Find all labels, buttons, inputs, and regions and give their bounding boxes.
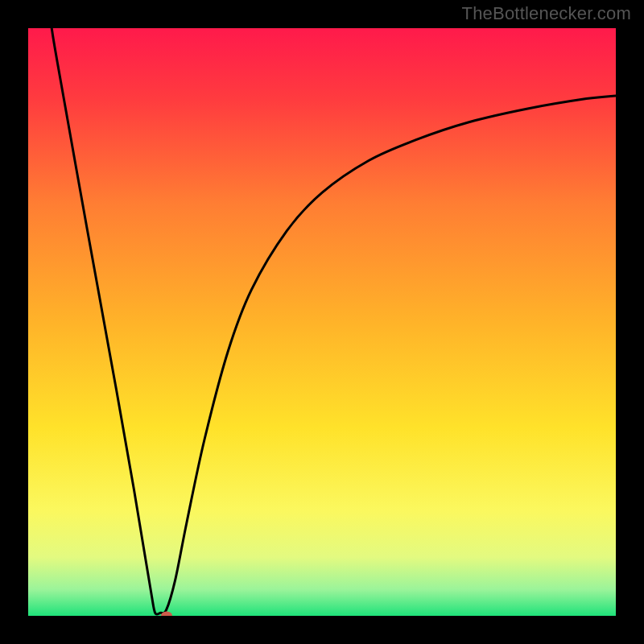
optimal-point-marker: [161, 612, 172, 617]
gradient-background: [28, 28, 616, 616]
plot-area: [28, 28, 616, 616]
watermark-label: TheBottlenecker.com: [462, 3, 631, 24]
chart-frame: TheBottlenecker.com: [0, 0, 644, 644]
bottleneck-chart: [28, 28, 616, 616]
